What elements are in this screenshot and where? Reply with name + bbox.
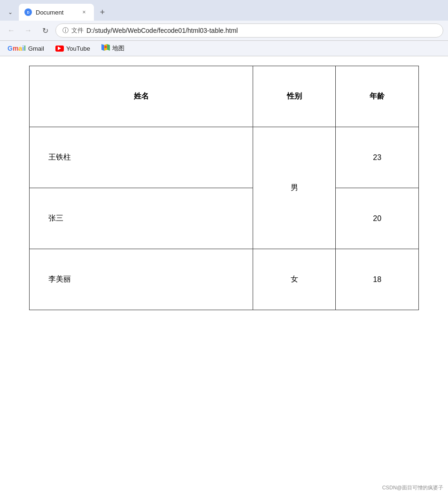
refresh-button[interactable]: ↻ — [39, 24, 52, 37]
url-text: D:/study/Web/WebCode/fecode01/html03-tab… — [86, 27, 436, 34]
bookmark-gmail-label: Gmail — [28, 45, 44, 52]
header-age: 年龄 — [336, 66, 419, 127]
page-content: 姓名 性别 年龄 王铁柱 男 23 张三 20 李美丽 女 18 — [0, 56, 448, 320]
cell-name-1: 王铁柱 — [30, 127, 253, 188]
tab-bar: ⌄ D Document × + — [0, 0, 448, 21]
forward-button[interactable]: → — [22, 24, 35, 37]
browser-chrome: ⌄ D Document × + ← → ↻ ⓘ 文件 D:/study/Web… — [0, 0, 448, 56]
cell-age-2: 20 — [336, 188, 419, 249]
watermark: CSDN@面目可憎的疯婆子 — [382, 484, 443, 491]
header-gender: 性别 — [253, 66, 336, 127]
nav-bar: ← → ↻ ⓘ 文件 D:/study/Web/WebCode/fecode01… — [0, 21, 448, 41]
cell-age-1: 23 — [336, 127, 419, 188]
tab-title: Document — [36, 9, 76, 16]
bookmarks-bar: Gmail Gmail YouTube 地图 — [0, 41, 448, 56]
svg-marker-4 — [101, 44, 104, 51]
header-name: 姓名 — [30, 66, 253, 127]
data-table: 姓名 性别 年龄 王铁柱 男 23 张三 20 李美丽 女 18 — [29, 66, 419, 310]
table-header-row: 姓名 性别 年龄 — [30, 66, 419, 127]
address-bar[interactable]: ⓘ 文件 D:/study/Web/WebCode/fecode01/html0… — [55, 23, 443, 38]
bookmark-youtube[interactable]: YouTube — [54, 44, 92, 53]
youtube-icon — [55, 46, 64, 52]
new-tab-button[interactable]: + — [96, 6, 109, 19]
bookmark-gmail[interactable]: Gmail Gmail — [6, 44, 46, 53]
close-tab-button[interactable]: × — [80, 8, 88, 16]
cell-gender-3: 女 — [253, 249, 336, 310]
maps-icon — [101, 44, 110, 53]
table-row: 张三 20 — [30, 188, 419, 249]
table-row: 王铁柱 男 23 — [30, 127, 419, 188]
tab-dropdown-button[interactable]: ⌄ — [4, 6, 17, 19]
back-button[interactable]: ← — [5, 24, 18, 37]
cell-gender-1-2: 男 — [253, 127, 336, 249]
cell-age-3: 18 — [336, 249, 419, 310]
bookmark-youtube-label: YouTube — [66, 45, 90, 52]
svg-point-5 — [104, 46, 107, 48]
bookmark-maps[interactable]: 地图 — [100, 43, 126, 53]
svg-text:D: D — [27, 11, 29, 14]
cell-name-3: 李美丽 — [30, 249, 253, 310]
active-tab[interactable]: D Document × — [19, 4, 94, 21]
tab-favicon: D — [24, 8, 32, 16]
cell-name-2: 张三 — [30, 188, 253, 249]
bookmark-maps-label: 地图 — [112, 44, 124, 53]
file-label: 文件 — [71, 26, 84, 35]
gmail-icon: Gmail — [8, 45, 26, 52]
table-row: 李美丽 女 18 — [30, 249, 419, 310]
secure-icon: ⓘ — [62, 26, 69, 35]
